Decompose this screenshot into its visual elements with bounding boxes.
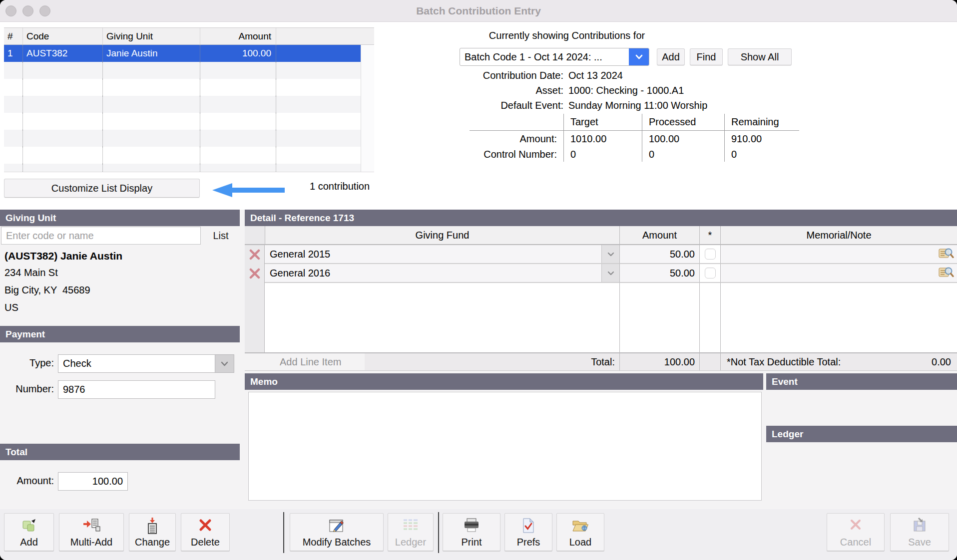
- customize-list-display-button[interactable]: Customize List Display: [4, 179, 200, 198]
- contribution-date-value: Oct 13 2024: [568, 70, 623, 81]
- line-amount-field[interactable]: 50.00: [619, 245, 699, 264]
- batch-summary-table: Target Processed Remaining Amount: 1010.…: [470, 114, 799, 162]
- chevron-down-icon: [215, 355, 234, 372]
- add-line-item-button[interactable]: Add Line Item: [265, 353, 365, 370]
- note-search-icon[interactable]: [938, 247, 954, 262]
- memo-textarea[interactable]: [248, 392, 762, 501]
- chevron-down-icon: [601, 264, 619, 282]
- star-col-filler: [699, 283, 720, 352]
- default-event-value: Sunday Morning 11:00 Worship: [568, 100, 707, 111]
- batch-heading: Currently showing Contributions for: [460, 30, 674, 41]
- total-header: Total: [0, 444, 240, 460]
- multi-add-button[interactable]: Multi-Add: [59, 513, 124, 551]
- detail-total-value: 100.00: [619, 352, 699, 370]
- batch-add-button[interactable]: Add: [657, 48, 685, 65]
- col-header-num[interactable]: #: [4, 28, 23, 44]
- arrow-left-icon: [212, 183, 285, 200]
- multi-add-icon: [59, 518, 123, 534]
- cell-amount: 100.00: [200, 45, 276, 62]
- detail-header-delete-col: [245, 226, 265, 245]
- change-icon: [129, 518, 175, 535]
- empty-row: [4, 96, 361, 113]
- summary-header-target: Target: [563, 114, 642, 131]
- total-amount-input[interactable]: [58, 472, 128, 491]
- delete-icon: [181, 518, 229, 533]
- cancel-icon: [827, 518, 884, 532]
- contribution-date-label: Contribution Date:: [457, 70, 563, 81]
- detail-header-fund: Giving Fund: [265, 226, 619, 245]
- batch-select[interactable]: Batch Code 1 - Oct 14 2024: ...: [460, 48, 649, 66]
- payment-number-input[interactable]: [58, 380, 215, 399]
- cancel-button: Cancel: [827, 513, 885, 551]
- giving-fund-select[interactable]: General 2016: [265, 264, 619, 283]
- giving-unit-list-button[interactable]: List: [206, 228, 236, 244]
- col-header-giving-unit[interactable]: Giving Unit: [103, 28, 200, 44]
- payment-type-select[interactable]: Check: [58, 354, 234, 373]
- col-header-amount[interactable]: Amount: [200, 28, 276, 44]
- giving-unit-header: Giving Unit: [0, 210, 240, 226]
- toolbar-separator: [438, 512, 439, 553]
- not-tax-deductible-cell: [699, 245, 720, 264]
- add-button[interactable]: Add: [4, 513, 54, 551]
- not-tax-deductible-cell: [699, 264, 720, 283]
- col-header-code[interactable]: Code: [23, 28, 103, 44]
- asset-row: Asset: 1000: Checking - 1000.A1: [457, 85, 777, 96]
- add-icon: [4, 518, 53, 534]
- summary-control-remaining: 0: [724, 147, 799, 162]
- load-button[interactable]: Load: [556, 513, 604, 551]
- summary-amount-target: 1010.00: [563, 131, 642, 147]
- print-icon: [443, 518, 500, 533]
- modify-batches-button[interactable]: Modify Batches: [290, 513, 384, 551]
- prefs-button[interactable]: Prefs: [504, 513, 552, 551]
- save-icon: [891, 518, 949, 533]
- toolbar-separator: [283, 512, 284, 553]
- batch-find-button[interactable]: Find: [690, 48, 723, 65]
- ntd-total-row: *Not Tax Deductible Total: 0.00: [720, 352, 957, 370]
- col-header-empty: [276, 28, 361, 44]
- payment-number-label: Number:: [0, 383, 54, 395]
- delete-line-icon[interactable]: [245, 264, 265, 283]
- batch-show-all-button[interactable]: Show All: [728, 48, 792, 65]
- empty-row: [4, 113, 361, 130]
- delete-line-icon[interactable]: [245, 245, 265, 264]
- empty-row: [4, 130, 361, 147]
- contributions-list-header: # Code Giving Unit Amount: [4, 28, 374, 45]
- line-amount-field[interactable]: 50.00: [619, 264, 699, 283]
- ledger-header: Ledger: [766, 426, 957, 442]
- giving-unit-search-input[interactable]: [1, 227, 201, 245]
- delete-button[interactable]: Delete: [181, 513, 230, 551]
- detail-header-amount: Amount: [619, 226, 699, 245]
- not-tax-deductible-checkbox[interactable]: [705, 249, 716, 260]
- address-line: Big City, KY 45689: [4, 284, 90, 296]
- cell-code: AUST382: [23, 45, 103, 62]
- default-event-row: Default Event: Sunday Morning 11:00 Wors…: [457, 100, 777, 111]
- summary-amount-label: Amount:: [470, 131, 563, 147]
- detail-header-memorial: Memorial/Note: [720, 226, 957, 245]
- change-button[interactable]: Change: [129, 513, 176, 551]
- modify-batches-icon: [290, 518, 383, 534]
- summary-control-target: 0: [563, 147, 642, 162]
- not-tax-deductible-checkbox[interactable]: [705, 268, 716, 279]
- table-row-selected[interactable]: 1 AUST382 Janie Austin 100.00: [4, 45, 361, 62]
- summary-control-label: Control Number:: [470, 147, 563, 162]
- memorial-note-field[interactable]: [720, 264, 957, 283]
- empty-row: [4, 164, 361, 172]
- asset-label: Asset:: [457, 85, 563, 96]
- list-scrollbar[interactable]: [361, 45, 374, 172]
- giving-fund-select[interactable]: General 2015: [265, 245, 619, 264]
- giving-unit-name: (AUST382) Janie Austin: [4, 250, 122, 262]
- print-button[interactable]: Print: [443, 513, 500, 551]
- detail-header-star: *: [699, 226, 720, 245]
- bottom-toolbar: Add Multi-Add Change Delete Modify Batc: [0, 509, 957, 560]
- giving-fund-value: General 2015: [265, 249, 601, 260]
- note-search-icon[interactable]: [938, 266, 954, 280]
- summary-amount-remaining: 910.00: [724, 131, 799, 147]
- summary-amount-processed: 100.00: [642, 131, 724, 147]
- memorial-note-field[interactable]: [720, 245, 957, 264]
- cell-giving-unit: Janie Austin: [103, 45, 200, 62]
- contribution-count: 1 contribution: [310, 181, 370, 192]
- default-event-label: Default Event:: [457, 100, 563, 111]
- load-icon: [557, 518, 604, 533]
- total-amount-label: Amount:: [0, 475, 54, 487]
- cell-num: 1: [4, 45, 23, 62]
